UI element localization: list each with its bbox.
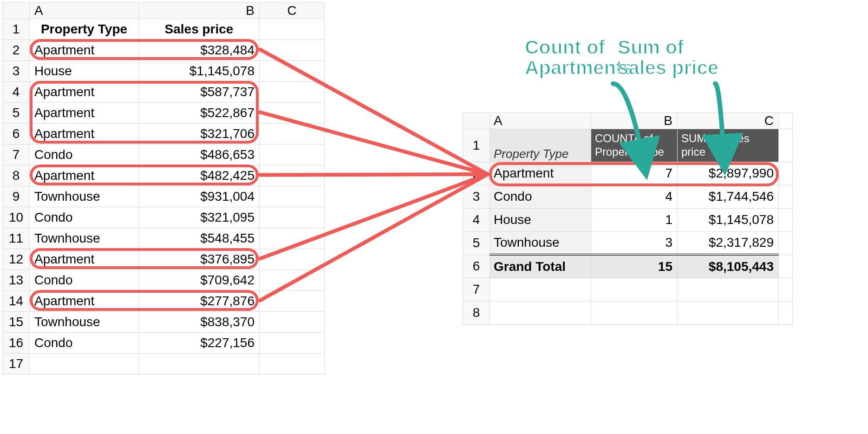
cell[interactable] [260,19,325,40]
cell[interactable] [779,231,793,255]
cell-sales-price[interactable]: $486,653 [139,145,260,165]
cell[interactable] [260,249,325,270]
cell[interactable] [678,278,779,301]
row-header[interactable]: 2 [463,162,490,185]
cell[interactable] [490,278,591,301]
row-header[interactable]: 10 [3,207,30,228]
pivot-label[interactable]: Apartment [490,162,591,185]
pivot-grand-total-count[interactable]: 15 [591,255,678,278]
cell-sales-price[interactable]: $522,867 [139,103,260,124]
cell[interactable] [260,145,325,165]
cell-property-type[interactable]: Apartment [30,124,139,145]
cell-sales-price[interactable]: $328,484 [139,40,260,61]
row-header[interactable]: 6 [463,255,490,278]
cell-sales-price[interactable]: $482,425 [139,165,260,186]
col-header-a[interactable]: A [30,3,139,19]
cell-sales-price[interactable]: $838,370 [139,312,260,333]
row-header[interactable]: 8 [463,301,490,324]
cell-property-type[interactable] [30,354,139,375]
cell-property-type[interactable]: Apartment [30,291,139,312]
row-header[interactable]: 2 [3,40,30,61]
row-header[interactable]: 12 [3,249,30,270]
pivot-sum[interactable]: $1,744,546 [678,185,779,208]
cell-property-type[interactable]: Apartment [30,249,139,270]
pivot-label[interactable]: Townhouse [490,231,591,255]
row-header[interactable]: 6 [3,124,30,145]
col-header-d[interactable] [779,113,793,129]
row-header[interactable]: 16 [3,333,30,354]
cell-property-type[interactable]: Apartment [30,103,139,124]
cell-sales-price[interactable]: $376,895 [139,249,260,270]
cell[interactable] [260,207,325,228]
cell[interactable] [260,186,325,207]
pivot-sum-header[interactable]: SUM of Sales price [678,129,779,162]
cell[interactable] [779,278,793,301]
row-header[interactable]: 13 [3,270,30,291]
row-header[interactable]: 14 [3,291,30,312]
row-header[interactable]: 5 [3,103,30,124]
pivot-count[interactable]: 1 [591,208,678,231]
cell[interactable] [260,312,325,333]
pivot-label[interactable]: House [490,208,591,231]
cell[interactable] [779,208,793,231]
cell-property-type[interactable]: Apartment [30,40,139,61]
cell-sales-price[interactable]: $709,642 [139,270,260,291]
pivot-count[interactable]: 4 [591,185,678,208]
cell-property-type[interactable]: Condo [30,207,139,228]
cell[interactable] [779,185,793,208]
row-header[interactable]: 9 [3,186,30,207]
cell[interactable] [260,103,325,124]
pivot-sum[interactable]: $2,897,990 [678,162,779,185]
row-header[interactable]: 3 [3,61,30,82]
pivot-count[interactable]: 3 [591,231,678,255]
row-header[interactable]: 8 [3,165,30,186]
pivot-sum[interactable]: $2,317,829 [678,231,779,255]
row-header[interactable]: 7 [3,145,30,165]
col-header-c[interactable]: C [260,3,325,19]
cell-sales-price[interactable]: $931,004 [139,186,260,207]
col-header-b[interactable]: B [591,113,678,129]
row-header[interactable]: 5 [463,231,490,255]
cell[interactable] [260,354,325,375]
row-header[interactable]: 7 [463,278,490,301]
cell[interactable] [260,61,325,82]
cell-property-type[interactable]: Townhouse [30,312,139,333]
cell[interactable] [591,278,678,301]
row-header[interactable]: 3 [463,185,490,208]
cell-property-type[interactable]: Condo [30,270,139,291]
cell[interactable] [260,82,325,103]
cell-sales-price[interactable]: $321,706 [139,124,260,145]
cell[interactable] [260,165,325,186]
header-sales-price[interactable]: Sales price [139,19,260,40]
row-header[interactable]: 17 [3,354,30,375]
cell-property-type[interactable]: House [30,61,139,82]
cell-sales-price[interactable]: $548,455 [139,228,260,249]
cell[interactable] [779,301,793,324]
cell-sales-price[interactable]: $277,876 [139,291,260,312]
pivot-grand-total-sum[interactable]: $8,105,443 [678,255,779,278]
cell-sales-price[interactable]: $587,737 [139,82,260,103]
row-header[interactable]: 15 [3,312,30,333]
pivot-count[interactable]: 7 [591,162,678,185]
cell-property-type[interactable]: Apartment [30,82,139,103]
source-spreadsheet[interactable]: A B C 1 Property Type Sales price 2Apart… [2,2,325,375]
cell[interactable] [779,255,793,278]
col-header-c[interactable]: C [678,113,779,129]
cell-property-type[interactable]: Apartment [30,165,139,186]
cell[interactable] [490,301,591,324]
cell[interactable] [260,333,325,354]
pivot-spreadsheet[interactable]: A B C 1 Property Type COUNTA of Property… [463,112,793,325]
cell[interactable] [260,291,325,312]
cell-sales-price[interactable] [139,354,260,375]
cell[interactable] [260,270,325,291]
row-header[interactable]: 4 [3,82,30,103]
cell[interactable] [678,301,779,324]
cell[interactable] [591,301,678,324]
cell-sales-price[interactable]: $1,145,078 [139,61,260,82]
cell-sales-price[interactable]: $227,156 [139,333,260,354]
cell[interactable] [260,40,325,61]
pivot-count-header[interactable]: COUNTA of Property Type [591,129,678,162]
header-property-type[interactable]: Property Type [30,19,139,40]
cell[interactable] [260,124,325,145]
cell[interactable] [779,162,793,185]
